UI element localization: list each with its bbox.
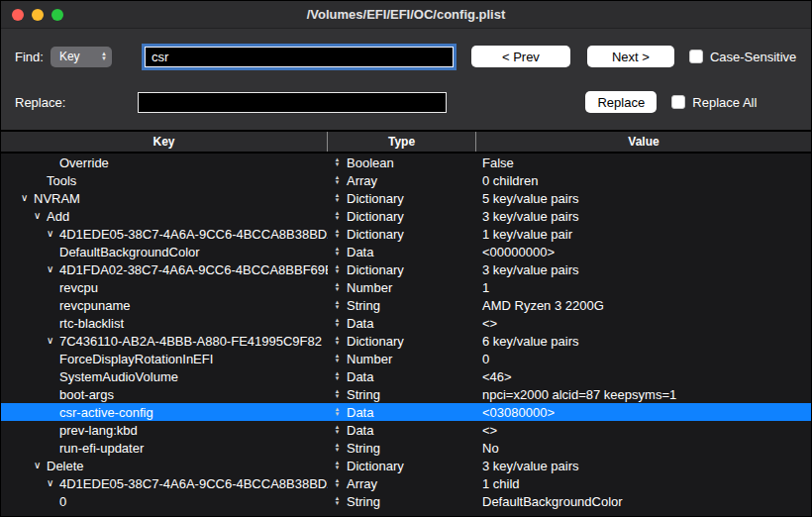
table-row[interactable]: ∨ Add ▲▼ Dictionary 3 key/value pairs — [1, 207, 811, 225]
row-type-cell[interactable]: ▲▼ Data — [328, 421, 476, 439]
table-row[interactable]: rtc-blacklist ▲▼ Data <> — [1, 314, 811, 332]
row-type-cell[interactable]: ▲▼ Dictionary — [328, 457, 476, 474]
disclosure-triangle-icon[interactable]: ∨ — [47, 336, 59, 346]
disclosure-triangle-icon[interactable]: ∨ — [47, 264, 59, 274]
row-value[interactable]: AMD Ryzen 3 2200G — [476, 296, 811, 314]
find-mode-value: Key — [59, 50, 80, 63]
disclosure-triangle-icon[interactable]: ∨ — [47, 229, 59, 239]
row-value[interactable]: <46> — [476, 367, 811, 385]
row-type: Data — [347, 369, 373, 384]
zoom-window-button[interactable] — [51, 9, 63, 21]
title-bar[interactable]: /Volumes/EFI/EFI/OC/config.plist — [1, 1, 811, 29]
table-row[interactable]: ∨ NVRAM ▲▼ Dictionary 5 key/value pairs — [1, 189, 811, 207]
table-row[interactable]: ∨ 4D1EDE05-38C7-4A6A-9CC6-4BCCA8B38BD2 ▲… — [1, 474, 811, 492]
disclosure-triangle-icon[interactable]: ∨ — [34, 461, 47, 470]
column-header-key[interactable]: Key — [1, 132, 328, 152]
row-value[interactable]: 5 key/value pairs — [476, 189, 811, 207]
row-value[interactable]: 0 — [476, 350, 811, 367]
table-row[interactable]: boot-args ▲▼ String npci=x2000 alcid=87 … — [1, 385, 811, 403]
replace-all-checkbox[interactable] — [671, 95, 685, 109]
row-value[interactable]: npci=x2000 alcid=87 keepsyms=1 — [476, 385, 811, 403]
row-type-cell[interactable]: ▲▼ Data — [328, 367, 476, 385]
row-type: Data — [347, 245, 373, 259]
row-key: revcpu — [59, 280, 98, 295]
column-header-value[interactable]: Value — [476, 132, 811, 152]
table-row[interactable]: revcpu ▲▼ Number 1 — [1, 278, 811, 296]
row-type: Data — [347, 423, 373, 438]
row-value[interactable]: <03080000> — [476, 403, 811, 421]
type-dropdown-icon: ▲▼ — [333, 407, 342, 417]
prev-button[interactable]: < Prev — [471, 46, 570, 67]
table-row[interactable]: DefaultBackgroundColor ▲▼ Data <00000000… — [1, 243, 811, 260]
table-row[interactable]: 0 ▲▼ String DefaultBackgroundColor — [1, 492, 811, 510]
row-type: Dictionary — [347, 209, 404, 224]
row-key: rtc-blacklist — [59, 316, 124, 331]
row-key-cell: ∨ 4D1EDE05-38C7-4A6A-9CC6-4BCCA8B38BD2 — [1, 225, 328, 243]
table-row[interactable]: ∨ Delete ▲▼ Dictionary 3 key/value pairs — [1, 457, 811, 474]
row-type-cell[interactable]: ▲▼ String — [328, 296, 476, 314]
row-type-cell[interactable]: ▲▼ Number — [328, 350, 476, 367]
row-type-cell[interactable]: ▲▼ Dictionary — [328, 189, 476, 207]
row-value[interactable]: <00000000> — [476, 243, 811, 260]
row-value[interactable]: <> — [476, 421, 811, 439]
row-value[interactable]: 3 key/value pairs — [476, 207, 811, 225]
row-value[interactable]: 3 key/value pairs — [476, 260, 811, 278]
find-input[interactable] — [145, 47, 454, 67]
row-type-cell[interactable]: ▲▼ Dictionary — [328, 260, 476, 278]
next-button[interactable]: Next > — [587, 46, 674, 67]
disclosure-triangle-icon[interactable]: ∨ — [34, 211, 47, 221]
row-value[interactable]: 0 children — [476, 171, 811, 189]
row-value[interactable]: 1 child — [476, 474, 811, 492]
row-type: Dictionary — [347, 191, 404, 206]
disclosure-triangle-icon[interactable]: ∨ — [21, 193, 34, 203]
row-value[interactable]: DefaultBackgroundColor — [476, 492, 811, 510]
table-row[interactable]: SystemAudioVolume ▲▼ Data <46> — [1, 367, 811, 385]
table-row[interactable]: ForceDisplayRotationInEFI ▲▼ Number 0 — [1, 350, 811, 367]
row-type-cell[interactable]: ▲▼ String — [328, 385, 476, 403]
find-mode-dropdown[interactable]: Key ▲▼ — [51, 47, 112, 67]
table-row[interactable]: ∨ 4D1EDE05-38C7-4A6A-9CC6-4BCCA8B38BD2 ▲… — [1, 225, 811, 243]
table-row[interactable]: csr-active-config ▲▼ Data <03080000> — [1, 403, 811, 421]
table-row[interactable]: Tools ▲▼ Array 0 children — [1, 171, 811, 189]
table-row[interactable]: prev-lang:kbd ▲▼ Data <> — [1, 421, 811, 439]
row-key-cell: ∨ NVRAM — [1, 189, 328, 207]
row-key-cell: csr-active-config — [1, 403, 328, 421]
row-type-cell[interactable]: ▲▼ Array — [328, 474, 476, 492]
row-value[interactable]: False — [476, 154, 811, 171]
table-row[interactable]: Override ▲▼ Boolean False — [1, 154, 811, 171]
minimize-window-button[interactable] — [32, 9, 44, 21]
row-value[interactable]: No — [476, 439, 811, 457]
column-header-type[interactable]: Type — [328, 132, 476, 152]
row-key: 4D1FDA02-38C7-4A6A-9CC6-4BCCA8BBF69B — [59, 262, 328, 277]
row-key: 4D1EDE05-38C7-4A6A-9CC6-4BCCA8B38BD2 — [59, 476, 328, 491]
close-window-button[interactable] — [12, 9, 24, 21]
row-key-cell: rtc-blacklist — [1, 314, 328, 332]
table-row[interactable]: revcpuname ▲▼ String AMD Ryzen 3 2200G — [1, 296, 811, 314]
row-value[interactable]: 1 — [476, 278, 811, 296]
row-value[interactable]: 1 key/value pair — [476, 225, 811, 243]
row-type-cell[interactable]: ▲▼ String — [328, 439, 476, 457]
row-type-cell[interactable]: ▲▼ Dictionary — [328, 332, 476, 350]
table-row[interactable]: ∨ 7C436110-AB2A-4BBB-A880-FE41995C9F82 ▲… — [1, 332, 811, 350]
table-row[interactable]: run-efi-updater ▲▼ String No — [1, 439, 811, 457]
row-key-cell: prev-lang:kbd — [1, 421, 328, 439]
case-sensitive-checkbox[interactable] — [689, 50, 703, 63]
row-value[interactable]: <> — [476, 314, 811, 332]
row-type-cell[interactable]: ▲▼ Dictionary — [328, 225, 476, 243]
row-type-cell[interactable]: ▲▼ Boolean — [328, 154, 476, 171]
row-value[interactable]: 3 key/value pairs — [476, 457, 811, 474]
row-type-cell[interactable]: ▲▼ Data — [328, 243, 476, 260]
replace-input[interactable] — [138, 92, 447, 113]
row-type-cell[interactable]: ▲▼ Number — [328, 278, 476, 296]
row-type-cell[interactable]: ▲▼ Data — [328, 314, 476, 332]
row-type-cell[interactable]: ▲▼ Data — [328, 403, 476, 421]
row-type-cell[interactable]: ▲▼ Dictionary — [328, 207, 476, 225]
row-value[interactable]: 6 key/value pairs — [476, 332, 811, 350]
type-dropdown-icon: ▲▼ — [333, 247, 342, 257]
disclosure-triangle-icon[interactable]: ∨ — [47, 478, 59, 488]
table-row[interactable]: ∨ 4D1FDA02-38C7-4A6A-9CC6-4BCCA8BBF69B ▲… — [1, 260, 811, 278]
row-type: Number — [347, 352, 392, 366]
replace-button[interactable]: Replace — [585, 91, 657, 113]
row-type-cell[interactable]: ▲▼ String — [328, 492, 476, 510]
row-type-cell[interactable]: ▲▼ Array — [328, 171, 476, 189]
